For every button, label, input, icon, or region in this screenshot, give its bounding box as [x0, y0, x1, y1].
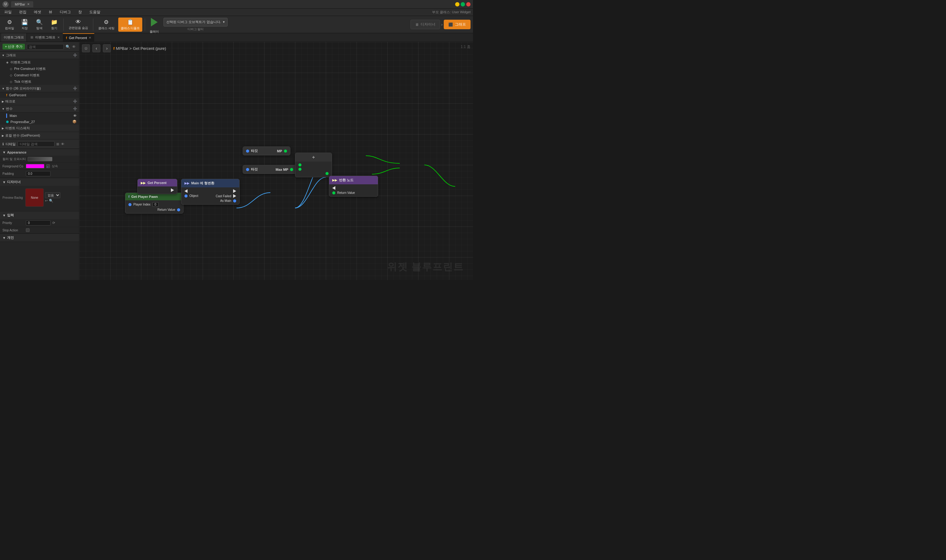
toolbar-sep-3 — [145, 18, 145, 31]
foreground-color-swatch[interactable] — [26, 164, 44, 168]
main-layout: + 신규 추가 🔍 👁 ▼ 그래프 ➕ ◈ 이벤트그래프 ◇ Pre Const… — [0, 42, 473, 280]
function-tab-close[interactable]: ✕ — [89, 36, 91, 39]
stop-action-checkbox[interactable] — [26, 228, 29, 232]
sidebar-search[interactable] — [27, 44, 64, 49]
variables-section-header[interactable]: ▼ 변수 ➕ — [0, 105, 79, 112]
preview-search-icon[interactable]: 🔍 — [49, 199, 53, 203]
find-button[interactable]: 🔍 탐색 — [32, 17, 46, 32]
functions-section-header[interactable]: ▼ 함수 (36 오버라이더블) ➕ — [0, 85, 79, 92]
debug-dropdown-arrow: ▾ — [223, 20, 225, 24]
event-graph-tab[interactable]: ⊞ 이벤트그래프 ✕ — [28, 33, 63, 42]
variables-add-icon[interactable]: ➕ — [73, 107, 77, 111]
pin-player-index[interactable]: Player Index 0 — [128, 202, 180, 207]
graph-button[interactable]: ⬛ 그래프 — [444, 20, 471, 29]
close-button[interactable] — [466, 2, 471, 6]
var-progressbar-eye[interactable]: 📦 — [73, 120, 77, 124]
input-section-header[interactable]: ▼ 입력 — [0, 211, 79, 219]
play-button[interactable] — [148, 15, 161, 29]
player-index-value[interactable]: 0 — [153, 202, 159, 207]
menu-window[interactable]: 창 — [76, 9, 84, 15]
priority-row: Priority ⟳ — [0, 219, 79, 227]
menu-view[interactable]: 뷰 — [47, 9, 54, 15]
color-opacity-swatch[interactable] — [28, 157, 52, 161]
dispatchers-section-header[interactable]: ▶ 이벤트 디스패처 — [0, 125, 79, 132]
function-tab[interactable]: f Get Percent ✕ — [63, 33, 94, 42]
pin-return-value[interactable]: Return Value — [128, 208, 180, 211]
minimize-button[interactable] — [455, 2, 460, 6]
preview-none-label: None — [31, 196, 38, 199]
color-opacity-row: 컬러 및 오파시티 — [0, 156, 79, 163]
priority-input[interactable] — [26, 220, 51, 226]
eye-icon[interactable]: 👁 — [72, 45, 76, 49]
pin-object[interactable]: Object — [184, 194, 198, 197]
padding-label: Padding — [3, 172, 24, 175]
foreground-inherit-checkbox[interactable]: ✓ — [46, 164, 50, 168]
sidebar-event-graph[interactable]: ◈ 이벤트그래프 — [0, 59, 79, 66]
window-controls — [455, 2, 471, 6]
mp-out-dot — [284, 149, 287, 152]
hide-button[interactable]: 👁 관련없음 숨김 — [66, 17, 91, 31]
sidebar-var-main[interactable]: Main 👁 — [0, 112, 79, 119]
macros-add-icon[interactable]: ➕ — [73, 99, 77, 103]
node-title-target-maxmp: 타깃 — [251, 167, 258, 172]
class-settings-button[interactable]: ⚙ 클래스 세팅 — [96, 17, 117, 32]
tab-close-icon[interactable]: ✕ — [27, 3, 29, 6]
forward-button[interactable]: › — [103, 44, 111, 52]
save-icon: 💾 — [21, 19, 28, 26]
pin-exec-in[interactable] — [184, 189, 188, 193]
blueprint-tab[interactable]: 이벤트그래프 — [4, 35, 24, 40]
pin-cast-failed[interactable]: Cast Failed — [216, 194, 236, 198]
new-button[interactable]: + 신규 추가 — [3, 44, 25, 49]
star-button[interactable]: ☆ — [82, 44, 90, 52]
blueprint-section: 이벤트그래프 — [1, 33, 27, 42]
event-graph-tab-close[interactable]: ✕ — [57, 36, 60, 39]
pin-as-main[interactable]: As Main — [220, 199, 236, 203]
blueprint-canvas[interactable]: ☆ ‹ › f MPBar > Get Percent (pure) 1:1 홈 — [79, 42, 473, 280]
menu-edit[interactable]: 편집 — [17, 9, 28, 15]
back-button[interactable]: ‹ — [93, 44, 100, 52]
browse-button[interactable]: 📁 찾기 — [48, 17, 61, 32]
menu-file[interactable]: 파일 — [3, 9, 14, 15]
functions-add-icon[interactable]: ➕ — [73, 86, 77, 91]
preview-back-icon[interactable]: ↩ — [45, 199, 48, 203]
graph-add-icon[interactable]: ➕ — [73, 53, 77, 57]
sidebar-pre-construct[interactable]: ◇ Pre Construct 이벤트 — [0, 66, 79, 72]
tick-icon: ◇ — [10, 80, 12, 83]
compile-button[interactable]: ⚙ 컴파일 — [3, 17, 17, 32]
graph-section-header[interactable]: ▼ 그래프 ➕ — [0, 52, 79, 59]
maximize-button[interactable] — [461, 2, 465, 6]
pin-get-percent-exec-out[interactable] — [141, 188, 174, 192]
class-default-button[interactable]: 📋 클래스 디폴트 — [118, 17, 143, 32]
detail-grid-icon[interactable]: ⊞ — [56, 142, 59, 146]
pin-divide-out[interactable] — [298, 172, 329, 175]
pin-return-exec-in[interactable] — [332, 186, 375, 190]
macros-section-header[interactable]: ▶ 매크로 ➕ — [0, 98, 79, 105]
debug-dropdown[interactable]: 선택된 디버그 오브젝트가 없습니다. ▾ — [164, 18, 227, 26]
designer-button[interactable]: 🖥 디자이너 — [410, 20, 440, 29]
sidebar-var-progressbar[interactable]: ProgressBar_27 📦 — [0, 119, 79, 125]
pin-return-value-in[interactable]: Return Value — [332, 191, 375, 194]
preview-option-select[interactable]: 없음 — [45, 192, 60, 198]
var-main-eye[interactable]: 👁 — [73, 114, 77, 117]
detail-eye-icon[interactable]: 👁 — [61, 142, 64, 146]
menu-asset[interactable]: 에셋 — [32, 9, 43, 15]
sidebar-construct[interactable]: ◇ Construct 이벤트 — [0, 72, 79, 78]
sidebar-get-percent[interactable]: f GetPercent — [0, 92, 79, 98]
menu-help[interactable]: 도움말 — [88, 9, 102, 15]
pin-exec-out2[interactable] — [233, 189, 236, 193]
local-vars-section-header[interactable]: ▶ 로컬 변수 (GetPercent) — [0, 132, 79, 139]
appearance-header[interactable]: ▼ Appearance — [0, 149, 79, 156]
individual-section-header[interactable]: ▼ 개인 — [0, 234, 79, 242]
padding-input[interactable] — [26, 171, 51, 176]
pin-divide-in1[interactable] — [298, 163, 329, 166]
sidebar-tick[interactable]: ◇ Tick 이벤트 — [0, 78, 79, 85]
pin-divide-in2[interactable] — [298, 168, 329, 171]
priority-slider-icon[interactable]: ⟳ — [52, 221, 55, 225]
cast-icon: ▶▶ — [184, 182, 189, 185]
menu-debug[interactable]: 디버그 — [58, 9, 73, 15]
preview-bg-box[interactable]: None — [25, 188, 44, 207]
detail-search-input[interactable] — [17, 141, 54, 147]
save-button[interactable]: 💾 저장 — [18, 17, 31, 32]
designer-section-header[interactable]: ▼ 디자이너 — [0, 178, 79, 186]
title-tab[interactable]: MPBar ✕ — [11, 1, 33, 8]
